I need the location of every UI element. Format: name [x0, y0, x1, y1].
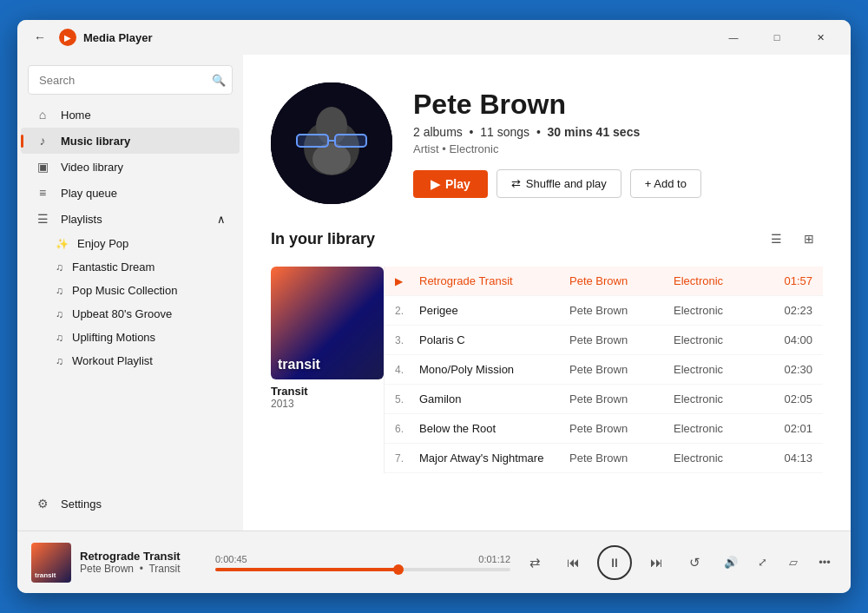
titlebar-controls: — □ ✕ — [713, 23, 840, 51]
table-row[interactable]: 3. Polaris C Pete Brown Electronic 04:00 — [385, 326, 823, 355]
table-row[interactable]: 6. Below the Root Pete Brown Electronic … — [385, 414, 823, 444]
sidebar-item-music-library[interactable]: ♪ Music library — [21, 128, 240, 154]
artist-albums: 2 albums — [413, 125, 463, 139]
track-artist: Pete Brown — [569, 304, 674, 317]
minimize-button[interactable]: — — [713, 23, 753, 51]
progress-fill — [215, 568, 398, 571]
settings-label: Settings — [61, 498, 102, 511]
close-button[interactable]: ✕ — [800, 23, 840, 51]
track-genre: Electronic — [674, 452, 769, 465]
playlist-icon: ☰ — [35, 212, 50, 226]
list-view-button[interactable]: ☰ — [762, 225, 790, 253]
playlist-item-label: Fantastic Dream — [72, 260, 155, 274]
shuffle-button[interactable]: ⇄ Shuffle and play — [496, 169, 621, 198]
back-button[interactable]: ← — [28, 25, 52, 49]
track-name: Polaris C — [419, 333, 569, 346]
sidebar-item-music-label: Music library — [61, 135, 130, 148]
track-duration: 02:05 — [769, 392, 812, 405]
next-button[interactable]: ⏭ — [642, 549, 670, 577]
titlebar-left: ← ▶ Media Player — [28, 25, 713, 49]
shuffle-label: Shuffle and play — [526, 177, 607, 190]
track-list: ▶ Retrograde Transit Pete Brown Electron… — [384, 267, 823, 473]
app-window: ← ▶ Media Player — □ ✕ 🔍 ⌂ Home ♪ Music … — [17, 20, 851, 593]
volume-button[interactable]: 🔊 — [719, 550, 743, 575]
previous-button[interactable]: ⏮ — [559, 549, 587, 577]
avatar-image — [271, 82, 392, 204]
sidebar-item-upbeat-80s-groove[interactable]: ♫ Upbeat 80's Groove — [21, 302, 240, 326]
table-row[interactable]: 5. Gamilon Pete Brown Electronic 02:05 — [385, 385, 823, 414]
grid-view-button[interactable]: ⊞ — [795, 225, 823, 253]
table-row[interactable]: 4. Mono/Poly Mission Pete Brown Electron… — [385, 355, 823, 385]
add-to-button[interactable]: + Add to — [630, 169, 701, 198]
album-card[interactable]: transit Transit 2013 — [271, 267, 384, 473]
artist-header: Pete Brown 2 albums • 11 songs • 30 mins… — [243, 55, 851, 225]
sidebar-item-pop-music-collection[interactable]: ♫ Pop Music Collection — [21, 279, 240, 302]
sidebar-item-workout-playlist[interactable]: ♫ Workout Playlist — [21, 349, 240, 372]
playlist-item-icon: ♫ — [56, 285, 63, 297]
track-duration: 02:01 — [769, 422, 812, 435]
playlist-item-label: Enjoy Pop — [77, 237, 128, 250]
sidebar-item-enjoy-pop[interactable]: ✨ Enjoy Pop — [21, 232, 240, 255]
search-box: 🔍 — [28, 65, 233, 95]
sidebar-item-fantastic-dream[interactable]: ♫ Fantastic Dream — [21, 255, 240, 279]
now-playing-thumb: transit — [31, 543, 71, 583]
settings-icon: ⚙ — [35, 497, 50, 511]
video-icon: ▣ — [35, 160, 50, 174]
track-duration: 04:13 — [769, 452, 812, 465]
svg-rect-8 — [335, 135, 366, 147]
album-list: transit Transit 2013 — [271, 267, 384, 473]
now-playing-bar: transit Retrograde Transit Pete Brown • … — [17, 531, 851, 593]
playlist-item-icon: ♫ — [56, 332, 63, 344]
playlist-item-label: Workout Playlist — [72, 354, 153, 367]
playlists-header[interactable]: ☰ Playlists ∧ — [21, 206, 240, 232]
track-duration: 02:30 — [769, 363, 812, 376]
table-row[interactable]: ▶ Retrograde Transit Pete Brown Electron… — [385, 267, 823, 296]
sidebar-item-home[interactable]: ⌂ Home — [21, 102, 240, 128]
maximize-button[interactable]: □ — [757, 23, 797, 51]
sidebar-item-video-label: Video library — [61, 161, 123, 174]
queue-icon: ≡ — [35, 186, 50, 200]
playlist-item-icon: ♫ — [56, 355, 63, 367]
track-details: Retrograde Transit Pete Brown • Transit — [80, 550, 205, 575]
library-header: In your library ☰ ⊞ — [271, 225, 823, 253]
track-name: Major Atway's Nightmare — [419, 452, 569, 465]
play-icon: ▶ — [431, 177, 440, 191]
pause-button[interactable]: ⏸ — [597, 545, 632, 580]
sidebar-item-play-queue[interactable]: ≡ Play queue — [21, 180, 240, 206]
search-icon: 🔍 — [212, 74, 226, 87]
play-button[interactable]: ▶ Play — [413, 170, 488, 198]
track-artist: Pete Brown — [569, 452, 674, 465]
titlebar: ← ▶ Media Player — □ ✕ — [17, 20, 851, 55]
artist-duration: 30 mins 41 secs — [548, 125, 641, 139]
add-to-label: + Add to — [645, 177, 687, 190]
sidebar-item-settings[interactable]: ⚙ Settings — [21, 491, 240, 517]
search-input[interactable] — [28, 65, 233, 95]
table-row[interactable]: 2. Perigee Pete Brown Electronic 02:23 — [385, 296, 823, 326]
track-name: Mono/Poly Mission — [419, 363, 569, 376]
sidebar-item-uplifting-motions[interactable]: ♫ Uplifting Motions — [21, 326, 240, 349]
track-number: 5. — [395, 393, 419, 405]
sidebar-item-video-library[interactable]: ▣ Video library — [21, 154, 240, 180]
track-artist: Pete Brown — [569, 363, 674, 376]
sidebar: 🔍 ⌂ Home ♪ Music library ▣ Video library… — [17, 55, 243, 531]
library-section: In your library ☰ ⊞ transit — [243, 225, 851, 487]
playlist-item-icon: ♫ — [56, 261, 63, 274]
playlist-item-icon: ♫ — [56, 308, 63, 320]
track-number: 7. — [395, 452, 419, 465]
total-time: 0:01:12 — [478, 554, 510, 564]
album-art: transit — [271, 267, 384, 379]
shuffle-playback-button[interactable]: ⇄ — [521, 549, 549, 577]
repeat-button[interactable]: ↺ — [681, 549, 708, 577]
library-content: transit Transit 2013 ▶ Retrograde Transi… — [271, 267, 823, 473]
table-row[interactable]: 7. Major Atway's Nightmare Pete Brown El… — [385, 444, 823, 473]
view-controls: ☰ ⊞ — [762, 225, 823, 253]
cast-button[interactable]: ▱ — [781, 550, 806, 575]
track-duration: 01:57 — [769, 274, 812, 287]
more-button[interactable]: ••• — [812, 550, 837, 575]
now-playing-artist: Pete Brown • Transit — [80, 563, 205, 575]
music-icon: ♪ — [35, 134, 50, 148]
playlist-item-icon: ✨ — [56, 238, 69, 250]
progress-bar[interactable] — [215, 568, 510, 571]
fullscreen-button[interactable]: ⤢ — [750, 550, 774, 575]
track-info-bar: transit Retrograde Transit Pete Brown • … — [31, 543, 205, 583]
